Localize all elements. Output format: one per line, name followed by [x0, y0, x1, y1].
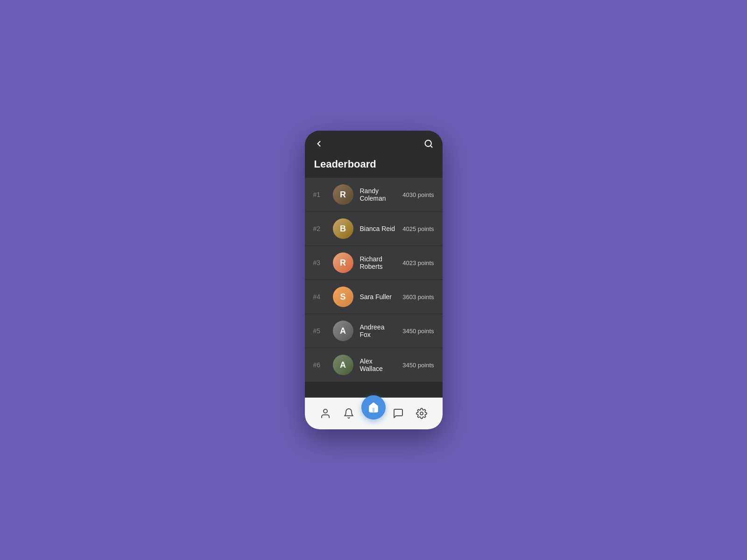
avatar: R: [333, 184, 353, 205]
leaderboard-item[interactable]: #3RRichard Roberts4023 points: [305, 246, 443, 280]
user-name: Alex Wallace: [360, 357, 396, 372]
nav-settings[interactable]: [411, 403, 432, 424]
top-bar: [305, 131, 443, 154]
rank-label: #3: [313, 259, 326, 266]
page-title: Leaderboard: [305, 154, 443, 178]
back-button[interactable]: [314, 139, 324, 150]
rank-label: #6: [313, 361, 326, 369]
avatar: S: [333, 287, 353, 307]
user-name: Sara Fuller: [360, 293, 396, 301]
leaderboard-item[interactable]: #5AAndreea Fox3450 points: [305, 314, 443, 348]
rank-label: #4: [313, 293, 326, 301]
user-name: Andreea Fox: [360, 323, 396, 338]
rank-label: #5: [313, 327, 326, 335]
user-points: 3450 points: [402, 362, 434, 369]
nav-chat[interactable]: [388, 403, 409, 424]
user-points: 3603 points: [402, 294, 434, 301]
user-points: 4025 points: [402, 225, 434, 232]
rank-label: #1: [313, 191, 326, 198]
user-points: 4023 points: [402, 259, 434, 266]
svg-line-1: [430, 146, 432, 147]
leaderboard-item[interactable]: #6AAlex Wallace3450 points: [305, 348, 443, 382]
nav-profile[interactable]: [315, 403, 336, 424]
avatar: B: [333, 218, 353, 239]
nav-bell[interactable]: [338, 403, 359, 424]
leaderboard-item[interactable]: #1RRandy Coleman4030 points: [305, 178, 443, 212]
avatar: A: [333, 355, 353, 375]
nav-home[interactable]: [361, 395, 386, 420]
user-points: 4030 points: [402, 191, 434, 198]
phone-frame: Leaderboard #1RRandy Coleman4030 points#…: [305, 131, 443, 429]
user-points: 3450 points: [402, 328, 434, 335]
avatar: A: [333, 321, 353, 341]
search-button[interactable]: [424, 139, 433, 150]
bottom-nav: [305, 398, 443, 429]
leaderboard-item[interactable]: #4SSara Fuller3603 points: [305, 280, 443, 314]
leaderboard-list: #1RRandy Coleman4030 points#2BBianca Rei…: [305, 178, 443, 398]
svg-point-2: [324, 409, 327, 413]
avatar: R: [333, 252, 353, 273]
rank-label: #2: [313, 225, 326, 232]
user-name: Randy Coleman: [360, 187, 396, 202]
leaderboard-item[interactable]: #2BBianca Reid4025 points: [305, 212, 443, 246]
user-name: Bianca Reid: [360, 225, 396, 232]
svg-point-3: [420, 412, 423, 415]
user-name: Richard Roberts: [360, 255, 396, 270]
